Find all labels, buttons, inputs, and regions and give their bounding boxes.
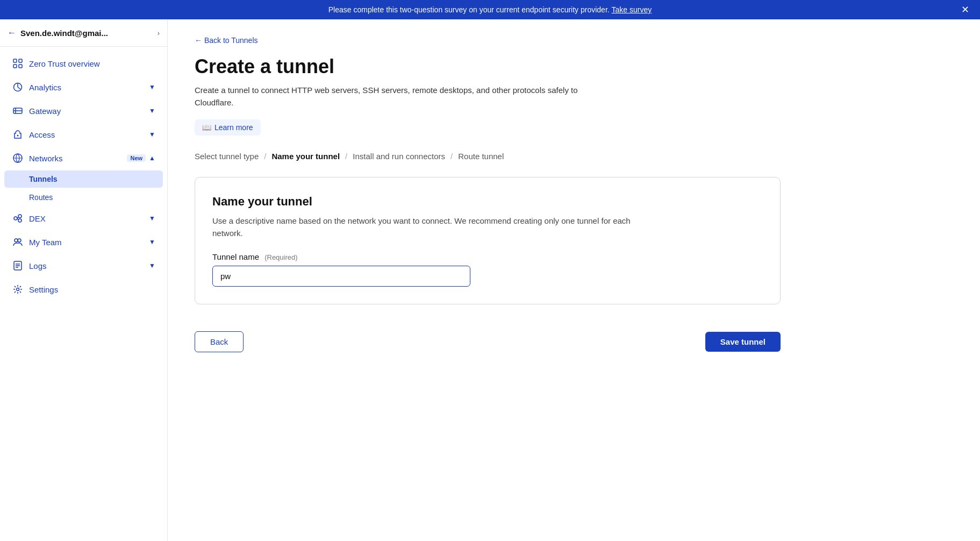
sidebar-item-access[interactable]: Access ▼ <box>4 123 163 146</box>
tunnel-name-input[interactable] <box>212 266 470 287</box>
sidebar-item-zero-trust-overview[interactable]: Zero Trust overview <box>4 52 163 75</box>
access-chevron-icon: ▼ <box>149 131 155 138</box>
page-title: Create a tunnel <box>195 55 953 78</box>
sidebar-item-label-dex: DEX <box>29 214 149 223</box>
svg-point-15 <box>15 239 18 242</box>
gateway-icon <box>12 105 24 117</box>
access-icon <box>12 129 24 140</box>
step-route-tunnel: Route tunnel <box>458 152 504 161</box>
my-team-chevron-icon: ▼ <box>149 238 155 246</box>
settings-icon <box>12 283 24 295</box>
myteam-icon <box>12 236 24 248</box>
tunnel-name-group: Tunnel name (Required) <box>212 252 763 287</box>
analytics-chevron-icon: ▼ <box>149 83 155 91</box>
sidebar-item-dex[interactable]: DEX ▼ <box>4 207 163 230</box>
form-card: Name your tunnel Use a descriptive name … <box>195 177 781 304</box>
sidebar-item-networks[interactable]: Networks New ▲ <box>4 147 163 169</box>
bottom-action-bar: Back Save tunnel <box>195 326 781 363</box>
step-install-connectors: Install and run connectors <box>353 152 445 161</box>
sidebar-item-settings[interactable]: Settings <box>4 278 163 301</box>
routes-label: Routes <box>29 193 53 202</box>
svg-point-21 <box>17 288 19 291</box>
back-to-tunnels-link[interactable]: ← Back to Tunnels <box>195 36 258 45</box>
grid-icon <box>12 58 24 69</box>
gateway-chevron-icon: ▼ <box>149 107 155 115</box>
learn-more-button[interactable]: 📖 Learn more <box>195 119 261 136</box>
svg-rect-2 <box>13 65 17 68</box>
sidebar-user[interactable]: ← Sven.de.windt@gmai... › <box>0 19 167 47</box>
save-tunnel-button[interactable]: Save tunnel <box>705 332 781 352</box>
sidebar-item-label-access: Access <box>29 130 149 139</box>
svg-point-16 <box>18 239 21 242</box>
step-name-tunnel: Name your tunnel <box>271 152 340 161</box>
logs-chevron-icon: ▼ <box>149 262 155 269</box>
networks-chevron-icon: ▲ <box>149 154 155 162</box>
sidebar-item-label-gateway: Gateway <box>29 106 149 116</box>
sidebar-item-label-networks: Networks <box>29 154 127 163</box>
step-select-type: Select tunnel type <box>195 152 259 161</box>
logs-icon <box>12 260 24 272</box>
svg-point-11 <box>18 215 22 218</box>
svg-point-10 <box>14 217 17 220</box>
page-description: Create a tunnel to connect HTTP web serv… <box>195 84 582 109</box>
tunnels-label: Tunnels <box>29 175 58 183</box>
analytics-icon <box>12 81 24 93</box>
sidebar: ← Sven.de.windt@gmai... › Zero Trust ove… <box>0 19 168 541</box>
sidebar-item-label-zero-trust: Zero Trust overview <box>29 59 155 68</box>
sidebar-item-routes[interactable]: Routes <box>4 189 163 206</box>
form-card-description: Use a descriptive name based on the netw… <box>212 215 632 239</box>
svg-point-8 <box>17 135 19 137</box>
step-divider-1: / <box>264 152 266 161</box>
svg-rect-0 <box>13 59 17 62</box>
step-divider-3: / <box>450 152 453 161</box>
form-card-title: Name your tunnel <box>212 195 763 209</box>
learn-more-label: Learn more <box>214 123 253 132</box>
networks-icon <box>12 152 24 164</box>
sidebar-item-label-analytics: Analytics <box>29 83 149 92</box>
step-divider-2: / <box>345 152 347 161</box>
user-chevron-icon: › <box>158 29 160 37</box>
survey-banner: Please complete this two-question survey… <box>0 0 980 19</box>
tunnel-name-label: Tunnel name (Required) <box>212 252 763 261</box>
sidebar-item-label-logs: Logs <box>29 261 149 270</box>
dex-icon <box>12 212 24 224</box>
svg-rect-1 <box>19 59 22 62</box>
networks-new-badge: New <box>127 154 146 162</box>
user-name: Sven.de.windt@gmai... <box>20 29 158 38</box>
sidebar-item-logs[interactable]: Logs ▼ <box>4 254 163 277</box>
back-arrow-icon: ← <box>8 28 16 38</box>
steps-bar: Select tunnel type / Name your tunnel / … <box>195 152 953 161</box>
sidebar-item-gateway[interactable]: Gateway ▼ <box>4 99 163 122</box>
sidebar-item-tunnels[interactable]: Tunnels <box>4 170 163 188</box>
sidebar-item-my-team[interactable]: My Team ▼ <box>4 231 163 253</box>
back-button[interactable]: Back <box>195 331 244 352</box>
required-tag: (Required) <box>264 253 297 261</box>
svg-rect-3 <box>19 65 22 68</box>
sidebar-item-analytics[interactable]: Analytics ▼ <box>4 76 163 98</box>
dex-chevron-icon: ▼ <box>149 215 155 222</box>
banner-text: Please complete this two-question survey… <box>328 5 610 14</box>
sidebar-item-label-my-team: My Team <box>29 238 149 247</box>
main-content: ← Back to Tunnels Create a tunnel Create… <box>168 19 980 541</box>
book-icon: 📖 <box>202 123 211 132</box>
sidebar-navigation: Zero Trust overview Analytics ▼ <box>0 47 167 541</box>
svg-point-12 <box>18 219 22 222</box>
sidebar-item-label-settings: Settings <box>29 285 155 294</box>
take-survey-link[interactable]: Take survey <box>612 5 652 14</box>
banner-close-button[interactable]: ✕ <box>961 5 969 15</box>
